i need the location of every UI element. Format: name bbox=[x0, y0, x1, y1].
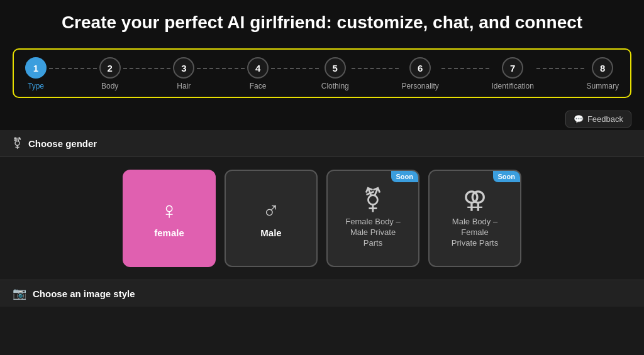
stepper: 1Type2Body3Hair4Face5Clothing6Personalit… bbox=[25, 57, 619, 90]
step-label-clothing: Clothing bbox=[321, 82, 349, 90]
gender-section-title: Choose gender bbox=[28, 138, 97, 149]
gender-icon-female-body-male-parts: ⚧ bbox=[363, 188, 383, 212]
image-style-section-title: Choose an image style bbox=[33, 288, 135, 299]
gender-section-bar: ⚧ Choose gender bbox=[0, 130, 644, 157]
gender-card-female-body-male-parts[interactable]: Soon⚧Female Body – Male Private Parts bbox=[326, 170, 419, 267]
step-connector bbox=[271, 68, 319, 69]
step-circle-1: 1 bbox=[25, 57, 47, 79]
feedback-label: Feedback bbox=[587, 114, 623, 124]
gender-label-female: female bbox=[154, 227, 184, 238]
gender-cards-area: ♀female♂MaleSoon⚧Female Body – Male Priv… bbox=[0, 157, 644, 280]
step-connector bbox=[197, 68, 245, 69]
step-circle-6: 6 bbox=[409, 57, 431, 79]
gender-icon-male-body-female-parts: ⚢ bbox=[463, 188, 487, 212]
step-circle-7: 7 bbox=[502, 57, 523, 79]
header: Create your perfect AI girlfriend: custo… bbox=[0, 0, 644, 42]
step-circle-2: 2 bbox=[99, 57, 121, 79]
step-item-identification[interactable]: 7Identification bbox=[492, 57, 534, 90]
step-label-summary: Summary bbox=[587, 82, 619, 90]
gender-card-male[interactable]: ♂Male bbox=[225, 170, 318, 267]
step-circle-4: 4 bbox=[247, 57, 269, 79]
soon-badge: Soon bbox=[493, 171, 521, 182]
step-connector bbox=[49, 68, 97, 69]
gender-icon-male: ♂ bbox=[262, 199, 280, 222]
step-label-body: Body bbox=[101, 82, 118, 90]
step-label-personality: Personality bbox=[401, 82, 438, 90]
step-circle-3: 3 bbox=[173, 57, 194, 79]
soon-badge: Soon bbox=[391, 171, 419, 182]
gender-card-female[interactable]: ♀female bbox=[123, 170, 216, 267]
gender-label-male: Male bbox=[260, 227, 281, 238]
gender-label-female-body-male-parts: Female Body – Male Private Parts bbox=[340, 217, 405, 249]
image-style-section-bar: 📷 Choose an image style bbox=[0, 280, 644, 307]
step-item-hair[interactable]: 3Hair bbox=[173, 57, 194, 90]
gender-icon-female: ♀ bbox=[160, 199, 179, 222]
step-connector bbox=[536, 68, 584, 69]
stepper-border: 1Type2Body3Hair4Face5Clothing6Personalit… bbox=[13, 48, 631, 98]
step-label-face: Face bbox=[250, 82, 267, 90]
step-item-summary[interactable]: 8Summary bbox=[587, 57, 619, 90]
step-connector bbox=[123, 68, 171, 69]
image-style-icon: 📷 bbox=[13, 287, 26, 300]
feedback-icon: 💬 bbox=[574, 114, 584, 124]
step-label-identification: Identification bbox=[492, 82, 534, 90]
gender-label-male-body-female-parts: Male Body – Female Private Parts bbox=[447, 217, 503, 249]
step-item-type[interactable]: 1Type bbox=[25, 57, 47, 90]
gender-card-male-body-female-parts[interactable]: Soon⚢Male Body – Female Private Parts bbox=[428, 170, 521, 267]
feedback-bar: 💬 Feedback bbox=[0, 107, 644, 130]
step-circle-5: 5 bbox=[325, 57, 346, 79]
page-title: Create your perfect AI girlfriend: custo… bbox=[38, 11, 606, 33]
step-label-type: Type bbox=[28, 82, 44, 90]
step-connector bbox=[352, 68, 399, 69]
step-item-personality[interactable]: 6Personality bbox=[401, 57, 438, 90]
step-circle-8: 8 bbox=[592, 57, 613, 79]
step-item-clothing[interactable]: 5Clothing bbox=[321, 57, 349, 90]
step-item-body[interactable]: 2Body bbox=[99, 57, 121, 90]
step-item-face[interactable]: 4Face bbox=[247, 57, 269, 90]
step-connector bbox=[441, 68, 489, 69]
gender-icon: ⚧ bbox=[13, 136, 22, 150]
step-label-hair: Hair bbox=[177, 82, 191, 90]
feedback-button[interactable]: 💬 Feedback bbox=[565, 111, 631, 128]
stepper-wrapper: 1Type2Body3Hair4Face5Clothing6Personalit… bbox=[0, 42, 644, 107]
